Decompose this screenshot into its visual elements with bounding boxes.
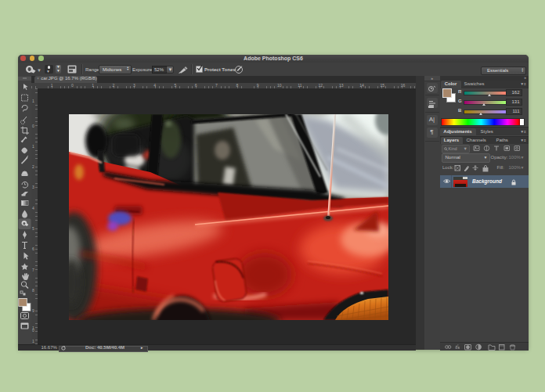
svg-text:fx: fx bbox=[456, 345, 460, 350]
